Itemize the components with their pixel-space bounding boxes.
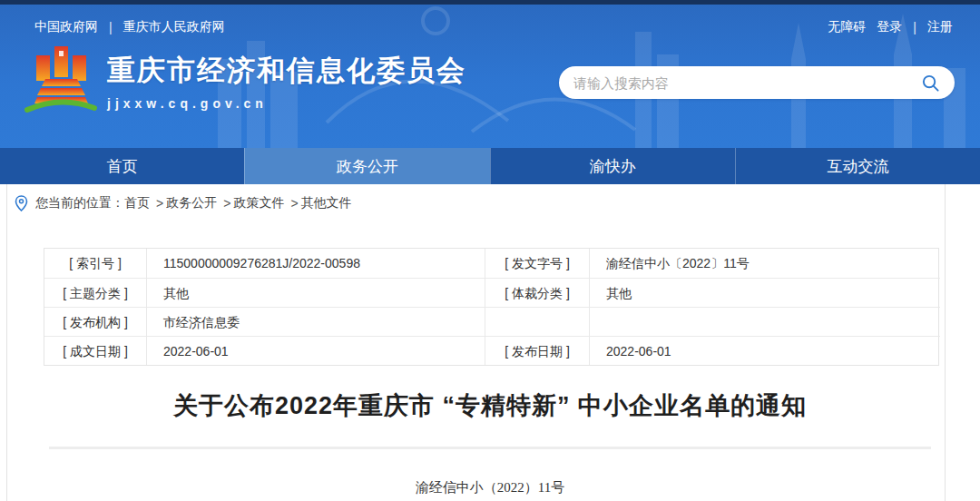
- location-pin-icon: [15, 195, 28, 211]
- meta-label: [ 主题分类 ]: [44, 278, 146, 307]
- meta-label: [ 发布机构 ]: [44, 307, 146, 336]
- search-box: [559, 66, 955, 99]
- meta-label: [485, 307, 589, 336]
- title-divider: [49, 447, 931, 449]
- register-link[interactable]: 注册: [927, 19, 953, 35]
- meta-value: 其他: [589, 278, 940, 307]
- meta-value: 其他: [146, 278, 485, 307]
- breadcrumb-item-home[interactable]: 首页: [124, 195, 150, 211]
- nav-tab-label: 互动交流: [827, 156, 888, 177]
- meta-label: [ 发文字号 ]: [485, 249, 589, 278]
- breadcrumb-separator: >: [156, 196, 163, 211]
- page-edge-line: [945, 184, 946, 501]
- meta-value: 市经济信息委: [146, 307, 485, 336]
- accessibility-link[interactable]: 无障碍: [828, 19, 866, 35]
- link-china-gov[interactable]: 中国政府网: [34, 19, 98, 35]
- breadcrumb-item-gov-affairs[interactable]: 政务公开: [166, 195, 217, 211]
- nav-tab-home[interactable]: 首页: [0, 148, 244, 184]
- site-header: 中国政府网 | 重庆市人民政府网 无障碍 登录 | 注册: [0, 5, 980, 148]
- breadcrumb-separator: >: [290, 196, 298, 211]
- site-url: jjxxw.cq.gov.cn: [107, 96, 466, 111]
- breadcrumb-item-policy-files[interactable]: 政策文件: [233, 195, 284, 211]
- article-doc-number: 渝经信中小（2022）11号: [0, 479, 980, 496]
- main-nav: 首页 政务公开 渝快办 互动交流: [0, 148, 980, 184]
- nav-tab-yukuaiban[interactable]: 渝快办: [490, 148, 735, 184]
- breadcrumb: 您当前的位置： 首页 > 政务公开 > 政策文件 > 其他文件: [0, 184, 980, 222]
- top-bar-separator: |: [109, 20, 113, 34]
- site-logo-icon: [24, 43, 98, 119]
- breadcrumb-prefix: 您当前的位置：: [35, 195, 124, 211]
- search-icon[interactable]: [921, 74, 940, 93]
- meta-label: [ 索引号 ]: [44, 249, 146, 278]
- link-chongqing-gov[interactable]: 重庆市人民政府网: [123, 19, 225, 35]
- nav-tab-interaction[interactable]: 互动交流: [735, 148, 980, 184]
- meta-value: 2022-06-01: [146, 336, 485, 365]
- search-input[interactable]: [573, 75, 921, 91]
- page-content: 您当前的位置： 首页 > 政务公开 > 政策文件 > 其他文件 [ 索引号 ] …: [0, 184, 980, 501]
- meta-label: [ 成文日期 ]: [44, 336, 146, 365]
- top-bar-separator: |: [913, 20, 916, 34]
- meta-label: [ 发布日期 ]: [485, 336, 589, 365]
- doc-meta-table: [ 索引号 ] 11500000009276281J/2022-00598 [ …: [44, 248, 939, 366]
- site-title: 重庆市经济和信息化委员会: [107, 52, 466, 90]
- meta-value: 2022-06-01: [589, 336, 940, 365]
- nav-tab-gov-affairs[interactable]: 政务公开: [244, 148, 489, 184]
- meta-value: 11500000009276281J/2022-00598: [146, 249, 485, 278]
- breadcrumb-separator: >: [223, 196, 230, 211]
- nav-tab-label: 政务公开: [337, 156, 398, 177]
- page-edge-line: [6, 184, 7, 501]
- meta-value: 渝经信中小〔2022〕11号: [589, 249, 940, 278]
- nav-tab-label: 首页: [107, 156, 138, 177]
- login-link[interactable]: 登录: [877, 19, 902, 35]
- meta-label: [ 体裁分类 ]: [485, 278, 589, 307]
- article-title: 关于公布2022年重庆市 “专精特新” 中小企业名单的通知: [0, 389, 980, 422]
- meta-value: [589, 307, 940, 336]
- top-bar: 中国政府网 | 重庆市人民政府网 无障碍 登录 | 注册: [0, 5, 980, 35]
- nav-tab-label: 渝快办: [590, 156, 636, 177]
- breadcrumb-item-other-files[interactable]: 其他文件: [301, 195, 352, 211]
